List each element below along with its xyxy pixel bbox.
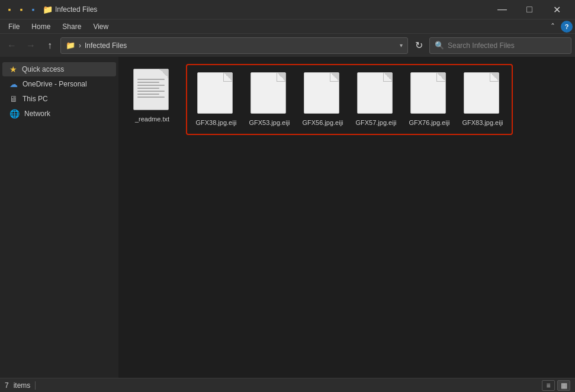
menu-view[interactable]: View <box>87 21 114 32</box>
sidebar-item-onedrive[interactable]: ☁ OneDrive - Personal <box>2 77 116 91</box>
file-item-gfx76[interactable]: GFX76.jpg.eiji <box>403 68 456 131</box>
eiji-file-icon-gfx53 <box>250 72 286 114</box>
minimize-button[interactable]: — <box>489 0 516 19</box>
sidebar-label-quick-access: Quick access <box>22 65 64 73</box>
network-icon: 🌐 <box>9 109 20 118</box>
window-icon-3: ▪ <box>28 5 38 14</box>
file-area: _readme.txt GFX38.jpg.eiji GFX53.jpg.eij… <box>118 57 575 378</box>
file-icon-wrapper-gfx56 <box>304 72 342 116</box>
back-button[interactable]: ← <box>4 37 20 54</box>
eiji-file-icon-gfx76 <box>410 72 446 114</box>
eiji-file-icon-gfx38 <box>197 72 233 114</box>
address-field[interactable]: 📁 › Infected Files ▾ <box>60 37 408 54</box>
menu-file[interactable]: File <box>2 21 25 32</box>
file-name-gfx76: GFX76.jpg.eiji <box>409 118 449 127</box>
ribbon-toggle[interactable]: ˄ <box>547 21 558 33</box>
cloud-icon: ☁ <box>9 79 18 89</box>
view-icons: ≡ ▦ <box>542 380 570 391</box>
search-input[interactable] <box>448 41 566 50</box>
address-path-separator: › <box>79 41 81 50</box>
title-bar: ▪ ▪ ▪ 📁 Infected Files — □ ✕ <box>0 0 575 19</box>
window-icon-2: ▪ <box>17 5 26 14</box>
sidebar-label-network: Network <box>24 110 50 118</box>
infected-files-group: GFX38.jpg.eiji GFX53.jpg.eiji GFX56.jpg.… <box>186 64 513 135</box>
txt-line-1 <box>137 79 165 80</box>
list-view-button[interactable]: ≡ <box>542 380 555 391</box>
file-item-gfx83[interactable]: GFX83.jpg.eiji <box>456 68 509 131</box>
file-name-gfx57: GFX57.jpg.eiji <box>355 118 396 127</box>
eiji-file-icon-gfx56 <box>304 72 339 114</box>
file-icon-wrapper-gfx53 <box>250 72 288 116</box>
file-name-gfx83: GFX83.jpg.eiji <box>462 118 503 127</box>
txt-line-7 <box>137 97 165 98</box>
txt-line-6 <box>137 94 159 95</box>
title-bar-path: 📁 Infected Files <box>43 5 489 14</box>
search-box[interactable]: 🔍 <box>429 37 571 54</box>
txt-line-5 <box>137 91 165 92</box>
sidebar-label-this-pc: This PC <box>23 95 48 103</box>
file-name-gfx56: GFX56.jpg.eiji <box>302 118 343 127</box>
file-icon-wrapper-gfx76 <box>410 72 448 116</box>
file-item-readme[interactable]: _readme.txt <box>126 64 179 135</box>
maximize-button[interactable]: □ <box>516 0 543 19</box>
txt-lines <box>137 79 165 99</box>
txt-line-4 <box>137 88 159 89</box>
menu-home[interactable]: Home <box>25 21 56 32</box>
status-separator <box>35 381 36 390</box>
eiji-file-icon-gfx83 <box>464 72 499 114</box>
refresh-button[interactable]: ↻ <box>410 37 427 54</box>
title-folder-icon: 📁 <box>43 5 53 14</box>
sidebar-label-onedrive: OneDrive - Personal <box>23 80 87 88</box>
menu-share[interactable]: Share <box>56 21 87 32</box>
status-count: 7 <box>5 381 9 390</box>
sidebar-item-quick-access[interactable]: ★ Quick access <box>2 62 116 76</box>
file-name-gfx38: GFX38.jpg.eiji <box>195 118 236 127</box>
file-name-gfx53: GFX53.jpg.eiji <box>249 118 290 127</box>
title-bar-controls: — □ ✕ <box>489 0 570 19</box>
file-icon-wrapper-readme <box>133 69 171 113</box>
file-icon-wrapper-gfx38 <box>197 72 235 116</box>
address-path: Infected Files <box>85 41 127 50</box>
address-chevron-icon: ▾ <box>400 42 403 49</box>
forward-button[interactable]: → <box>23 37 39 54</box>
computer-icon: 🖥 <box>9 94 18 104</box>
search-icon: 🔍 <box>435 41 444 50</box>
file-icon-wrapper-gfx57 <box>357 72 395 116</box>
close-button[interactable]: ✕ <box>543 0 570 19</box>
file-item-gfx57[interactable]: GFX57.jpg.eiji <box>349 68 403 131</box>
menu-bar: File Home Share View ˄ ? <box>0 19 575 33</box>
sidebar-item-this-pc[interactable]: 🖥 This PC <box>2 92 116 106</box>
title-bar-icons: ▪ ▪ ▪ <box>5 5 38 14</box>
help-button[interactable]: ? <box>561 21 573 33</box>
window-icon-1: ▪ <box>5 5 14 14</box>
file-item-gfx56[interactable]: GFX56.jpg.eiji <box>296 68 349 131</box>
sidebar: ★ Quick access ☁ OneDrive - Personal 🖥 T… <box>0 57 118 378</box>
address-bar: ← → ↑ 📁 › Infected Files ▾ ↻ 🔍 <box>0 33 575 57</box>
up-button[interactable]: ↑ <box>41 37 58 54</box>
grid-view-button[interactable]: ▦ <box>557 380 570 391</box>
file-icon-wrapper-gfx83 <box>464 72 502 116</box>
txt-line-2 <box>137 82 159 83</box>
file-item-gfx53[interactable]: GFX53.jpg.eiji <box>243 68 296 131</box>
star-icon: ★ <box>9 65 17 74</box>
address-folder-icon: 📁 <box>66 41 75 50</box>
files-grid: _readme.txt GFX38.jpg.eiji GFX53.jpg.eij… <box>126 64 568 135</box>
title-bar-title: Infected Files <box>55 5 97 14</box>
txt-line-3 <box>137 85 165 86</box>
txt-file-icon <box>133 69 169 110</box>
eiji-file-icon-gfx57 <box>357 72 393 114</box>
status-bar: 7 items ≡ ▦ <box>0 378 575 392</box>
main-content: ★ Quick access ☁ OneDrive - Personal 🖥 T… <box>0 57 575 378</box>
file-name-readme: _readme.txt <box>135 115 169 123</box>
file-item-gfx38[interactable]: GFX38.jpg.eiji <box>189 68 243 131</box>
sidebar-item-network[interactable]: 🌐 Network <box>2 107 116 121</box>
status-items-label: items <box>14 381 31 390</box>
